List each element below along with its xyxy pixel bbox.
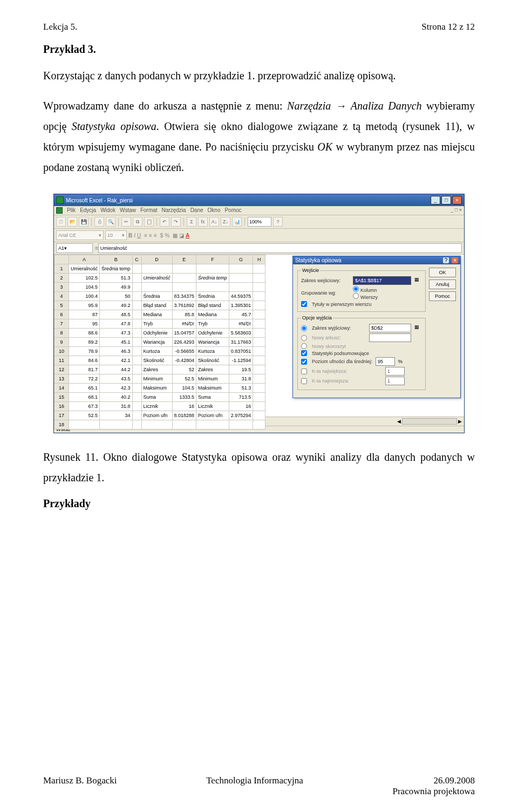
cell[interactable]: Maksimum <box>141 384 172 393</box>
cell[interactable]: 40.2 <box>100 393 133 402</box>
align-center-icon[interactable]: ≡ <box>149 233 152 238</box>
sort-asc-icon[interactable]: A↓ <box>209 217 219 227</box>
cell[interactable]: 95.9 <box>69 301 100 310</box>
cell[interactable] <box>132 301 141 310</box>
copy-icon[interactable]: ⧉ <box>133 217 142 227</box>
cell[interactable]: Mediana <box>196 310 229 319</box>
fontcolor-icon[interactable]: A <box>186 233 189 238</box>
cell[interactable] <box>132 356 141 365</box>
cell[interactable]: 51.3 <box>100 274 133 283</box>
cell[interactable]: 52 <box>172 365 196 374</box>
row-header[interactable]: 11 <box>54 356 69 365</box>
col-d[interactable]: D <box>141 255 172 264</box>
cell[interactable]: Minimum <box>141 374 172 384</box>
cell[interactable]: 46.3 <box>100 347 133 356</box>
formula-bar[interactable]: Umieralność <box>98 243 462 253</box>
cut-icon[interactable]: ✂ <box>121 217 131 227</box>
name-box[interactable]: A1 ▾ <box>56 243 93 253</box>
cell[interactable]: Licznik <box>141 402 172 411</box>
cell[interactable]: Tryb <box>141 319 172 329</box>
cell[interactable]: 3.761892 <box>172 301 196 310</box>
row-header[interactable]: 4 <box>54 292 69 301</box>
cell[interactable] <box>100 420 133 429</box>
cell[interactable]: Kurtoza <box>141 347 172 356</box>
col-g[interactable]: G <box>229 255 253 264</box>
cell[interactable]: 51.3 <box>229 384 253 393</box>
minimize-button[interactable]: _ <box>431 196 440 204</box>
radio-rows[interactable] <box>353 293 359 299</box>
menu-pomoc[interactable]: Pomoc <box>224 207 241 214</box>
align-right-icon[interactable]: ≡ <box>154 233 157 238</box>
cell[interactable] <box>141 420 172 429</box>
cell[interactable] <box>253 274 265 283</box>
borders-icon[interactable]: ▦ <box>173 233 178 238</box>
cell[interactable] <box>69 420 100 429</box>
cell[interactable]: Średnia temp <box>196 274 229 283</box>
cell[interactable]: 52.5 <box>69 411 100 420</box>
cell[interactable] <box>172 274 196 283</box>
row-header[interactable]: 9 <box>54 338 69 347</box>
cell[interactable] <box>132 338 141 347</box>
cell[interactable] <box>253 384 265 393</box>
cell[interactable] <box>141 264 172 274</box>
italic-icon[interactable]: I <box>134 233 135 238</box>
fx-icon[interactable]: fx <box>198 217 208 227</box>
cell[interactable]: Odchylenie <box>196 329 229 338</box>
cell[interactable]: Średnia temp <box>100 264 133 274</box>
cell[interactable]: 88.6 <box>69 329 100 338</box>
cell[interactable]: 713.5 <box>229 393 253 402</box>
cell[interactable]: 44.59375 <box>229 292 253 301</box>
col-b[interactable]: B <box>100 255 133 264</box>
input-range[interactable] <box>353 276 411 285</box>
cell[interactable]: 104.5 <box>69 283 100 292</box>
cell[interactable] <box>132 283 141 292</box>
cell[interactable]: #N/D! <box>172 319 196 329</box>
percent-icon[interactable]: % <box>165 233 169 238</box>
currency-icon[interactable]: $ <box>160 233 163 238</box>
cell[interactable] <box>253 402 265 411</box>
cell[interactable]: Skośność <box>196 356 229 365</box>
cell[interactable]: 100.4 <box>69 292 100 301</box>
cell[interactable]: Wariancja <box>141 338 172 347</box>
row-header[interactable]: 2 <box>54 274 69 283</box>
col-a[interactable]: A <box>69 255 100 264</box>
maximize-button[interactable]: □ <box>441 196 451 204</box>
checkbox-ksmall[interactable] <box>301 378 307 384</box>
sort-desc-icon[interactable]: Z↓ <box>221 217 230 227</box>
cell[interactable]: 45.1 <box>100 338 133 347</box>
cell[interactable] <box>132 365 141 374</box>
cell[interactable] <box>253 420 265 429</box>
cell[interactable] <box>196 264 229 274</box>
cell[interactable]: 95 <box>69 319 100 329</box>
cell[interactable] <box>253 283 265 292</box>
radio-newsheet[interactable] <box>301 335 307 341</box>
menu-okno[interactable]: Okno <box>208 207 221 214</box>
cell[interactable]: -1.12594 <box>229 356 253 365</box>
row-header[interactable]: 6 <box>54 310 69 319</box>
cell[interactable]: 19.5 <box>229 365 253 374</box>
cell[interactable]: 72.2 <box>69 374 100 384</box>
cell[interactable] <box>132 393 141 402</box>
menu-edycja[interactable]: Edycja <box>80 207 96 214</box>
cell[interactable]: 104.5 <box>172 384 196 393</box>
input-confidence[interactable] <box>376 357 395 366</box>
cell[interactable] <box>253 374 265 384</box>
cancel-button[interactable]: Anuluj <box>429 279 456 289</box>
cell[interactable]: 44.2 <box>100 365 133 374</box>
menu-narzedzia[interactable]: Narzędzia <box>162 207 186 214</box>
cell[interactable] <box>253 338 265 347</box>
cell[interactable]: 78.9 <box>69 347 100 356</box>
spreadsheet[interactable]: A B C D E F G H 1UmieralnośćŚrednia temp… <box>54 255 265 429</box>
cell[interactable]: 68.1 <box>69 393 100 402</box>
cell[interactable]: 2.975294 <box>229 411 253 420</box>
help-icon[interactable]: ? <box>273 217 283 227</box>
cell[interactable]: 47.3 <box>100 329 133 338</box>
checkbox-titles[interactable] <box>301 301 307 307</box>
hscrollbar[interactable] <box>402 418 457 425</box>
cell[interactable] <box>132 310 141 319</box>
cell[interactable] <box>253 365 265 374</box>
row-header[interactable]: 18 <box>54 420 69 429</box>
cell[interactable]: Błąd stand <box>141 301 172 310</box>
checkbox-confidence[interactable] <box>301 359 307 365</box>
cell[interactable]: Skośność <box>141 356 172 365</box>
